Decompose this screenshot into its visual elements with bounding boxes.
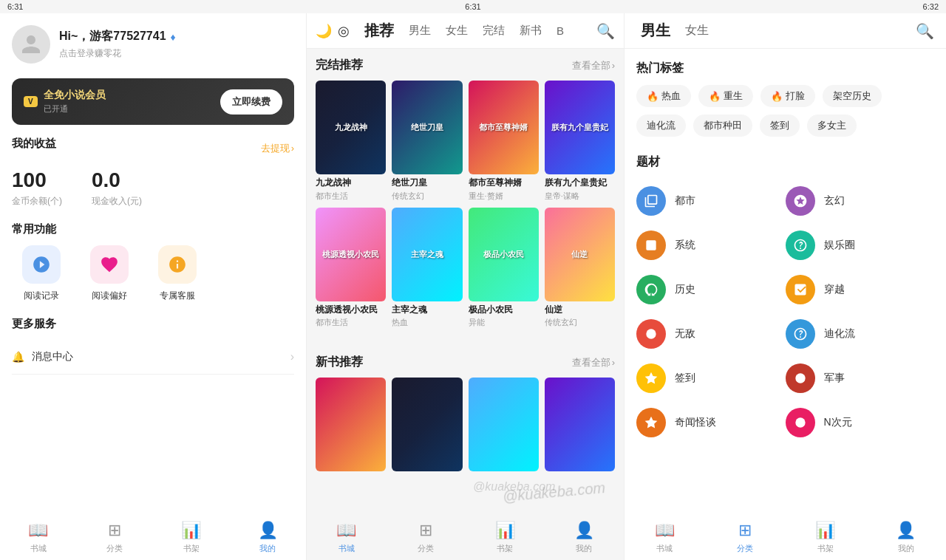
nav-bookstore[interactable]: 📖 书城 [0, 515, 77, 560]
genre-军事[interactable]: 军事 [786, 356, 935, 400]
genre-娱乐圈[interactable]: 娱乐圈 [786, 223, 935, 267]
search-icon[interactable]: 🔍 [596, 22, 615, 40]
tag-签到[interactable]: 签到 [760, 115, 800, 137]
tag-label-多女主: 多女主 [817, 119, 846, 132]
book-card-3[interactable]: 都市至尊神婿 都市至尊神婿 重生·赘婿 [469, 81, 539, 202]
book-card-1[interactable]: 九龙战神 九龙战神 都市生活 [316, 81, 386, 202]
right-search-icon[interactable]: 🔍 [916, 22, 934, 40]
book-card-8[interactable]: 仙逆 仙逆 传统玄幻 [545, 208, 615, 329]
genre-icon-n次元 [786, 408, 815, 437]
tab-new[interactable]: 新书 [514, 21, 548, 41]
user-info: Hi~，游客77527741 ♦ 点击登录赚零花 [59, 29, 176, 60]
genre-name-系统: 系统 [675, 239, 695, 252]
right-nav-profile[interactable]: 👤 我的 [865, 515, 946, 560]
function-reading-history[interactable]: 阅读记录 [12, 245, 71, 302]
genre-name-签到: 签到 [675, 372, 695, 385]
mid-nav-shelf[interactable]: 📊 书架 [466, 515, 545, 560]
fire-icon-重生: 🔥 [709, 91, 721, 102]
tag-打脸[interactable]: 🔥 打脸 [760, 85, 815, 107]
nav-categories[interactable]: ⊞ 分类 [77, 515, 154, 560]
functions-section: 常用功能 阅读记录 阅读偏好 [12, 222, 294, 302]
nav-shelf[interactable]: 📊 书架 [153, 515, 230, 560]
tab-female[interactable]: 女生 [440, 21, 474, 41]
nav-bookstore-label: 书城 [30, 543, 47, 554]
mid-bookstore-icon: 📖 [336, 521, 356, 540]
tag-架空历史[interactable]: 架空历史 [823, 85, 882, 107]
genre-icon-穿越 [786, 275, 815, 304]
right-profile-icon: 👤 [896, 521, 916, 540]
completed-view-all[interactable]: 查看全部 › [572, 59, 615, 72]
function-reading-preference[interactable]: 阅读偏好 [80, 245, 139, 302]
vip-renew-button[interactable]: 立即续费 [220, 89, 282, 115]
function-customer-service[interactable]: 专属客服 [148, 245, 207, 302]
book-cover-4: 朕有九个皇贵妃 [545, 81, 615, 174]
right-tab-male[interactable]: 男生 [636, 18, 675, 44]
status-time-left: 6:31 [7, 2, 23, 11]
right-nav-shelf-label: 书架 [817, 543, 834, 554]
new-book-2[interactable] [392, 378, 462, 471]
middle-bottom-nav: 📖 书城 ⊞ 分类 📊 书架 👤 我的 [307, 515, 624, 560]
book-card-2[interactable]: 绝世刀皇 绝世刀皇 传统玄幻 [392, 81, 462, 202]
right-nav-categories[interactable]: ⊞ 分类 [705, 515, 786, 560]
right-tab-female[interactable]: 女生 [681, 20, 713, 41]
message-center-item[interactable]: 🔔 消息中心 › [12, 340, 294, 375]
svg-point-1 [646, 329, 656, 338]
genre-系统[interactable]: 系统 [636, 223, 786, 267]
book-sub-4: 皇帝·谋略 [545, 191, 615, 202]
book-card-7[interactable]: 极品小农民 极品小农民 异能 [469, 208, 539, 329]
mid-nav-profile[interactable]: 👤 我的 [545, 515, 624, 560]
book-cover-8: 仙逆 [545, 208, 615, 301]
vip-banner[interactable]: V 全免小说会员 已开通 立即续费 [12, 78, 294, 125]
new-book-3[interactable] [469, 378, 539, 471]
reading-preference-icon [90, 245, 129, 284]
vip-status: 已开通 [44, 103, 106, 115]
genre-无敌[interactable]: 无敌 [636, 312, 786, 356]
genre-都市[interactable]: 都市 [636, 179, 786, 223]
svg-point-5 [795, 417, 805, 427]
book-sub-1: 都市生活 [316, 191, 386, 202]
tab-b[interactable]: B [551, 21, 570, 40]
new-book-4[interactable] [545, 378, 615, 471]
tag-都市种田[interactable]: 都市种田 [693, 115, 752, 137]
new-book-1[interactable] [316, 378, 386, 471]
tag-重生[interactable]: 🔥 重生 [698, 85, 753, 107]
right-nav-bookstore[interactable]: 📖 书城 [625, 515, 705, 560]
bell-icon: 🔔 [12, 351, 24, 363]
earnings-title: 我的收益 [12, 137, 56, 151]
svg-rect-0 [646, 240, 656, 250]
genre-grid: 都市 玄幻 系统 [636, 179, 934, 445]
mid-nav-categories[interactable]: ⊞ 分类 [386, 515, 465, 560]
book-card-5[interactable]: 桃源透视小农民 桃源透视小农民 都市生活 [316, 208, 386, 329]
genre-玄幻[interactable]: 玄幻 [786, 179, 935, 223]
right-nav-shelf[interactable]: 📊 书架 [786, 515, 866, 560]
coins-label: 金币余额(个) [12, 195, 62, 208]
genre-迪化流[interactable]: 迪化流 [786, 312, 935, 356]
svg-point-3 [795, 373, 805, 383]
earnings-link[interactable]: 去提现 › [261, 142, 294, 155]
mid-nav-bookstore[interactable]: 📖 书城 [307, 515, 386, 560]
tag-热血[interactable]: 🔥 热血 [636, 85, 691, 107]
book-card-4[interactable]: 朕有九个皇贵妃 朕有九个皇贵妃 皇帝·谋略 [545, 81, 615, 202]
nav-profile[interactable]: 👤 我的 [230, 515, 307, 560]
tag-迪化流[interactable]: 迪化流 [636, 115, 686, 137]
tab-completed[interactable]: 完结 [477, 21, 511, 41]
genre-穿越[interactable]: 穿越 [786, 267, 935, 312]
right-bookstore-icon: 📖 [655, 521, 675, 540]
genre-n次元[interactable]: N次元 [786, 400, 935, 445]
book-sub-5: 都市生活 [316, 317, 386, 328]
user-subtitle: 点击登录赚零花 [59, 47, 176, 60]
nav-profile-label: 我的 [259, 543, 276, 554]
tag-多女主[interactable]: 多女主 [807, 115, 857, 137]
middle-content: 完结推荐 查看全部 › 九龙战神 九龙战神 都市生活 [307, 49, 624, 515]
new-view-all[interactable]: 查看全部 › [572, 356, 615, 369]
book-card-6[interactable]: 主宰之魂 主宰之魂 热血 [392, 208, 462, 329]
genre-奇闻怪谈[interactable]: 奇闻怪谈 [636, 400, 786, 445]
genre-签到[interactable]: 签到 [636, 356, 786, 400]
vip-title: 全免小说会员 [44, 89, 106, 102]
mid-nav-shelf-label: 书架 [497, 543, 513, 554]
mid-nav-categories-label: 分类 [418, 543, 434, 554]
avatar [12, 25, 50, 64]
tab-male[interactable]: 男生 [403, 21, 437, 41]
tab-recommend[interactable]: 推荐 [358, 18, 400, 44]
genre-历史[interactable]: 历史 [636, 267, 786, 312]
